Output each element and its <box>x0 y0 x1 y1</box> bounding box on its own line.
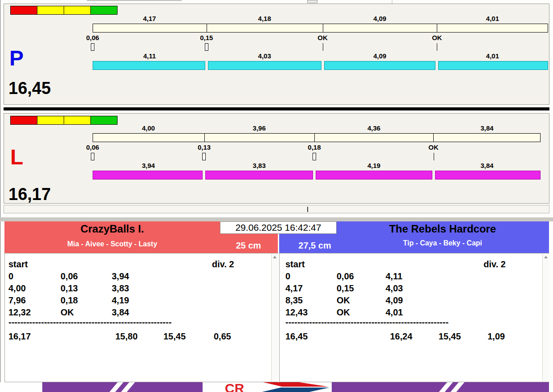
scroll-up-icon[interactable] <box>544 256 548 258</box>
start-light-yellow-1 <box>37 116 64 125</box>
split-marker <box>437 43 437 51</box>
split-marker <box>202 153 206 160</box>
run-bar-segment <box>93 61 205 70</box>
summary-cell: 15,45 <box>163 331 186 342</box>
table-cell: 0,18 <box>61 295 78 306</box>
flag-logo <box>262 382 329 392</box>
split-status: OK <box>309 34 337 41</box>
team-members: Mia - Aivee - Scotty - Lasty <box>4 240 220 248</box>
segment-time: 3,84 <box>434 124 541 132</box>
start-light-red <box>10 6 37 15</box>
section-divider-band <box>0 217 553 221</box>
table-cell: 7,96 <box>8 295 26 306</box>
table-cell: 4,17 <box>285 283 303 294</box>
summary-cell: 15,80 <box>115 331 138 342</box>
timeline-strip <box>4 205 549 213</box>
clipped-toolbar-fragment <box>87 0 182 1</box>
summary-cell: 16,45 <box>285 331 308 342</box>
split-status: 0,06 <box>78 34 107 41</box>
split-status: 0,15 <box>192 34 221 41</box>
start-light-red <box>10 116 37 125</box>
division-label: div. 2 <box>212 259 234 270</box>
summary-cell: 16,24 <box>390 331 412 342</box>
table-cell: 4,11 <box>386 271 403 282</box>
run-bar-segment <box>93 171 203 180</box>
table-cell: 12,32 <box>8 307 31 318</box>
run-bar-segment <box>208 61 321 70</box>
table-cell: 4,00 <box>8 283 26 294</box>
split-status: 0,13 <box>190 144 218 151</box>
team-name: The Rebels Hardcore <box>336 223 549 235</box>
table-cell: OK <box>337 295 350 306</box>
club-logo-left <box>42 382 203 392</box>
segment-time: 4,09 <box>323 52 437 60</box>
split-status: OK <box>419 144 448 151</box>
lane-total-time: 16,17 <box>8 186 51 203</box>
split-marker <box>313 153 316 160</box>
split-marker <box>91 43 94 51</box>
team-members: Tip - Caya - Beky - Capi <box>336 239 549 247</box>
table-cell: 8,35 <box>285 295 303 306</box>
segment-time: 4,19 <box>314 162 434 169</box>
run-bar-segment <box>435 171 541 180</box>
flyball-timing-screen: 4,17 4,18 4,09 4,01 0,06 0,15 OK OK 4,11… <box>0 0 553 392</box>
table-cell: 4,03 <box>386 283 403 294</box>
scrollbar[interactable] <box>542 254 549 382</box>
run-bar-segment <box>438 61 548 70</box>
bar-separator <box>323 24 323 32</box>
summary-cell: 15,45 <box>439 331 461 342</box>
table-cell: 0,15 <box>337 283 354 294</box>
bar-separator <box>204 134 205 142</box>
timing-bar <box>93 133 541 142</box>
dashed-separator: ----------------------------------------… <box>285 317 448 327</box>
segment-time: 4,01 <box>437 52 548 60</box>
table-cell: 0,06 <box>337 271 354 282</box>
lane-total-time: 16,45 <box>8 80 51 97</box>
table-cell: OK <box>61 307 74 318</box>
segment-time: 4,09 <box>323 15 437 22</box>
scrollbar[interactable] <box>271 254 278 382</box>
run-bar-segment <box>205 171 313 180</box>
team-name: CrazyBalls I. <box>4 223 220 235</box>
split-marker <box>434 153 434 160</box>
table-cell: OK <box>337 307 350 318</box>
split-status: 0,06 <box>78 144 107 151</box>
club-logo-right <box>332 382 549 392</box>
lane-letter: L <box>10 147 23 168</box>
scroll-up-icon[interactable] <box>273 256 276 258</box>
bar-separator <box>437 24 437 32</box>
segment-time: 3,84 <box>434 162 541 169</box>
clipped-toolbar-tick <box>392 0 392 4</box>
team-right-results: start div. 2 0 0,06 4,11 4,17 0,15 4,03 … <box>279 253 549 382</box>
cr-logo-text: CR <box>225 382 244 392</box>
start-label: start <box>285 259 305 270</box>
division-label: div. 2 <box>484 259 506 270</box>
segment-time: 3,96 <box>204 124 314 132</box>
jump-height: 25 cm <box>222 241 275 251</box>
segment-time: 4,11 <box>93 52 207 60</box>
table-cell: 0,13 <box>61 283 78 294</box>
lane-divider <box>4 107 549 110</box>
clock: 29.06.2025 16:42:47 <box>220 221 337 234</box>
table-cell: 0 <box>285 271 290 282</box>
lane-letter: P <box>9 48 24 69</box>
start-light-green <box>90 116 118 125</box>
jump-height: 27,5 cm <box>286 241 344 251</box>
lane-l-bars: 4,00 3,96 4,36 3,84 0,06 0,13 0,18 OK 3,… <box>93 124 541 180</box>
segment-time: 4,18 <box>207 15 323 22</box>
segment-time: 4,00 <box>93 124 204 132</box>
segment-time: 3,83 <box>204 162 314 169</box>
segment-time: 4,36 <box>314 124 434 132</box>
table-cell: 3,84 <box>112 307 129 318</box>
lane-p-bars: 4,17 4,18 4,09 4,01 0,06 0,15 OK OK 4,11… <box>93 15 548 71</box>
lane-panel-p: 4,17 4,18 4,09 4,01 0,06 0,15 OK OK 4,11… <box>4 4 549 105</box>
start-lights <box>10 6 118 15</box>
start-lights <box>10 116 118 125</box>
split-status: OK <box>423 34 451 41</box>
start-light-yellow-2 <box>64 116 91 125</box>
timeline-cursor <box>307 207 308 212</box>
dashed-separator: ----------------------------------------… <box>8 317 171 327</box>
lane-panel-l: 4,00 3,96 4,36 3,84 0,06 0,13 0,18 OK 3,… <box>4 113 549 204</box>
window-left-edge <box>0 0 0 382</box>
bar-separator <box>433 134 434 142</box>
